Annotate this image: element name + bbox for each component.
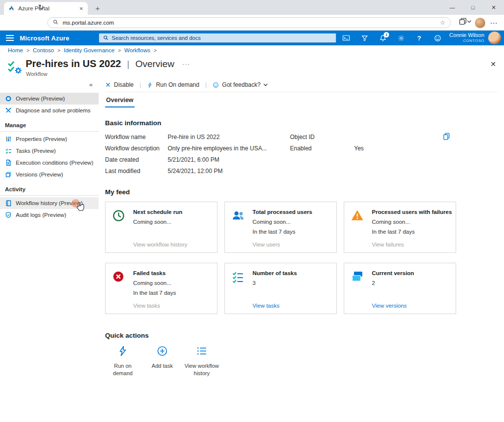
field-label: Last modified (105, 168, 168, 175)
quick-action-view-workflow-history[interactable]: View workflow history (184, 345, 219, 377)
divider (0, 195, 99, 196)
avatar[interactable] (488, 32, 501, 44)
card-footer-link[interactable]: View tasks (252, 303, 280, 309)
breadcrumb-sep: > (57, 48, 60, 53)
page-view-title: Overview (135, 59, 174, 70)
help-icon[interactable]: ? (415, 34, 423, 42)
field-label: Workflow name (105, 134, 168, 141)
sidebar-item-properties[interactable]: Properties (Preview) (0, 133, 99, 145)
global-search[interactable] (99, 33, 336, 43)
command-separator: | (205, 81, 207, 88)
my-feed-heading: My feed (105, 188, 497, 196)
field-value (354, 134, 497, 141)
sidebar-collapse-icon[interactable]: « (89, 81, 93, 88)
properties-icon (5, 136, 12, 142)
basic-information-section: Workflow name Pre-hire in US 2022 Object… (105, 134, 497, 175)
feedback-smiley-icon (213, 82, 219, 88)
card-next-schedule-run: Next schedule run Coming soon... View wo… (105, 202, 217, 253)
sidebar-item-workflow-history[interactable]: Workflow history (Preview) (0, 197, 99, 209)
cloud-shell-icon[interactable] (342, 34, 350, 42)
quick-actions: Run on demand Add task View workflow his… (105, 345, 497, 377)
favorite-star-icon[interactable]: ☆ (440, 19, 445, 26)
card-footer-link[interactable]: View tasks (133, 303, 160, 309)
breadcrumb-workflows[interactable]: Workflows (124, 47, 150, 53)
breadcrumb-identity-governance[interactable]: Identity Governance (64, 47, 114, 53)
minimize-button[interactable]: — (442, 0, 463, 15)
browser-window: Azure Portal ✕ + — □ ✕ ← → ↻ ms.portal.a… (0, 0, 504, 422)
close-button[interactable]: ✕ (483, 0, 504, 15)
back-button[interactable]: ← (6, 3, 17, 11)
sidebar-item-label: Overview (Preview) (16, 96, 65, 102)
field-label: Enabled (290, 145, 354, 152)
field-value: Only pre-hire employees in the USA... (168, 145, 290, 152)
field-value: 5/21/2021, 6:00 PM (168, 156, 290, 163)
workflow-history-book-icon (5, 200, 12, 207)
window-controls: — □ ✕ (442, 0, 504, 15)
card-current-version: Current version 2 View versions (344, 263, 456, 314)
card-footer-link[interactable]: View failures (372, 242, 404, 247)
card-number-of-tasks: Number of tasks 3 View tasks (224, 263, 337, 314)
page-header: Pre-hires in US 2022 | Overview ··· Work… (0, 57, 504, 79)
breadcrumb-contoso[interactable]: Contoso (33, 47, 54, 53)
maximize-button[interactable]: □ (463, 0, 483, 15)
warning-triangle-icon (351, 209, 364, 223)
global-search-input[interactable] (112, 35, 332, 41)
refresh-button[interactable]: ↻ (36, 3, 46, 12)
command-separator: | (140, 81, 141, 88)
run-on-demand-button[interactable]: Run On demand (147, 81, 199, 88)
got-feedback-button[interactable]: Got feedback? (213, 81, 268, 88)
card-footer-link[interactable]: View workflow history (133, 242, 187, 247)
card-footer-link[interactable]: View versions (372, 303, 407, 309)
sidebar-item-label: Audit logs (Preview) (16, 212, 66, 218)
notifications-bell-icon[interactable]: 1 (379, 34, 387, 42)
diagnose-tools-icon (5, 107, 12, 114)
page-title: Pre-hires in US 2022 (26, 58, 121, 70)
quick-action-run-on-demand[interactable]: Run on demand (105, 345, 141, 377)
settings-gear-icon[interactable] (397, 34, 405, 42)
version-stack-icon (351, 270, 364, 285)
basic-information-heading: Basic information (105, 119, 497, 127)
collections-button[interactable] (459, 17, 471, 26)
sidebar-item-overview[interactable]: Overview (Preview) (0, 93, 99, 105)
quick-action-add-task[interactable]: Add task (144, 345, 180, 377)
disable-x-icon (105, 82, 111, 88)
new-tab-button[interactable]: + (92, 2, 103, 13)
sidebar-item-tasks[interactable]: Tasks (Preview) (0, 145, 99, 157)
notification-badge: 1 (384, 32, 389, 37)
feedback-smiley-icon[interactable] (433, 34, 441, 42)
azure-brand[interactable]: Microsoft Azure (20, 35, 70, 42)
breadcrumb-home[interactable]: Home (8, 47, 23, 53)
title-more-menu-icon[interactable]: ··· (182, 60, 190, 68)
tab-close-icon[interactable]: ✕ (79, 6, 83, 11)
tab-overview[interactable]: Overview (105, 96, 135, 107)
browser-menu-icon[interactable]: ⋯ (488, 19, 499, 28)
sidebar: « Overview (Preview) Diagnose and solve … (0, 79, 99, 422)
account-info[interactable]: Connie Wilson CONTOSO (449, 32, 484, 43)
chevron-down-icon (467, 19, 471, 24)
checklist-icon (231, 270, 245, 285)
sidebar-item-diagnose[interactable]: Diagnose and solve problems (0, 105, 99, 116)
search-icon (103, 35, 109, 41)
address-bar[interactable]: ms.portal.azure.com ☆ (47, 17, 451, 28)
title-separator: | (127, 59, 129, 70)
field-label: Date created (105, 156, 168, 163)
users-icon (231, 209, 245, 224)
sidebar-item-label: Versions (Preview) (16, 172, 63, 177)
divider (0, 131, 99, 132)
azure-header-icons: 1 ? (342, 34, 441, 42)
directory-filter-icon[interactable] (360, 34, 368, 42)
hamburger-menu-icon[interactable] (6, 35, 14, 41)
sidebar-item-execution-conditions[interactable]: Execution conditions (Preview) (0, 157, 99, 169)
add-circle-icon (156, 345, 168, 357)
disable-button[interactable]: Disable (105, 81, 134, 88)
my-feed-cards: Next schedule run Coming soon... View wo… (105, 202, 497, 314)
copy-object-id-icon[interactable] (443, 133, 450, 142)
browser-profile-avatar[interactable] (475, 18, 485, 28)
card-footer-link[interactable]: View users (252, 242, 280, 247)
forward-button[interactable]: → (21, 3, 32, 11)
clock-icon (112, 209, 125, 224)
blade-close-icon[interactable]: ✕ (490, 60, 496, 68)
field-value: Pre-hire in US 2022 (168, 134, 290, 141)
sidebar-item-versions[interactable]: Versions (Preview) (0, 169, 99, 180)
page-subtitle: Workflow (26, 71, 47, 77)
